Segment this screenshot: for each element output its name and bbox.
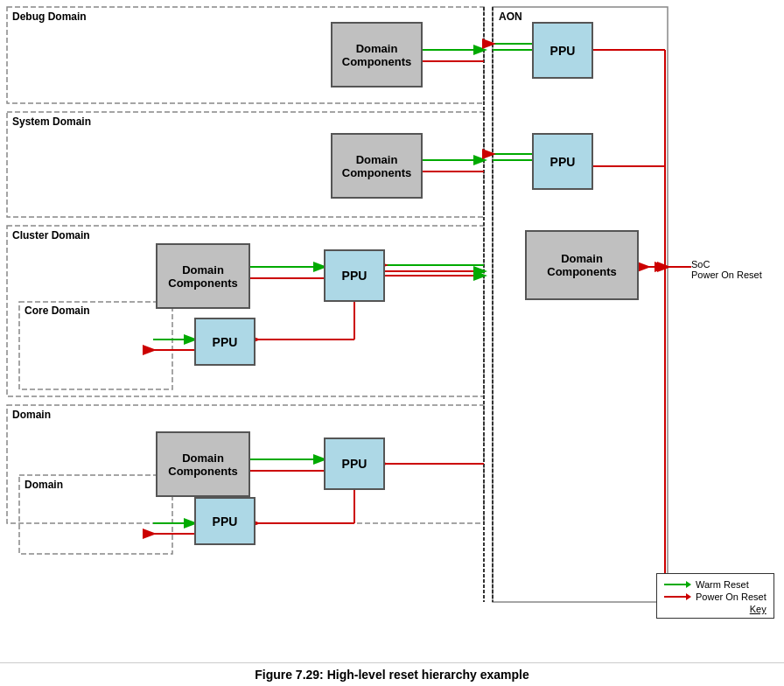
ppu-domain2-label: PPU — [213, 514, 238, 528]
power-on-reset-label: Power On Reset — [696, 592, 766, 602]
ppu-aon-top-box: PPU — [532, 22, 593, 79]
ppu-domain1-label: PPU — [342, 457, 368, 471]
core-domain-label: Core Domain — [24, 304, 90, 317]
ppu-system-aon-box: PPU — [532, 133, 593, 190]
dc-domain1-label: DomainComponents — [168, 452, 237, 478]
dc-aon-box: DomainComponents — [525, 230, 639, 300]
dc-cluster-box: DomainComponents — [156, 243, 250, 309]
domain1-label: Domain — [12, 409, 51, 421]
system-domain-label: System Domain — [12, 116, 91, 128]
ppu-aon-top-label: PPU — [550, 44, 576, 58]
aon-label: AON — [499, 10, 522, 23]
ppu-cluster-label: PPU — [342, 269, 368, 283]
svg-rect-6 — [493, 7, 668, 602]
domain2-label: Domain — [24, 479, 63, 491]
key-warm-reset: Warm Reset — [664, 579, 766, 590]
diagram-area: Debug Domain DomainComponents System Dom… — [0, 0, 784, 656]
ppu-core-label: PPU — [213, 335, 238, 349]
dc-debug-label: DomainComponents — [342, 42, 411, 68]
dc-system-box: DomainComponents — [331, 133, 423, 199]
dc-domain1-box: DomainComponents — [156, 431, 250, 497]
key-box: Warm Reset Power On Reset Key — [656, 573, 774, 619]
warm-reset-label: Warm Reset — [696, 579, 749, 590]
dc-system-label: DomainComponents — [342, 153, 411, 179]
dc-cluster-label: DomainComponents — [168, 263, 237, 290]
figure-caption-text: Figure 7.29: High-level reset hierarchy … — [255, 668, 529, 682]
ppu-domain1-box: PPU — [324, 438, 385, 490]
key-power-on-reset: Power On Reset — [664, 592, 766, 602]
arrows-svg — [0, 0, 784, 656]
debug-domain-label: Debug Domain — [12, 10, 87, 23]
ppu-cluster-box: PPU — [324, 249, 385, 302]
cluster-domain-label: Cluster Domain — [12, 229, 90, 242]
dc-debug-box: DomainComponents — [331, 22, 423, 88]
key-label: Key — [750, 604, 766, 614]
power-on-reset-line — [664, 596, 690, 598]
ppu-system-aon-label: PPU — [550, 155, 576, 169]
ppu-domain2-box: PPU — [194, 497, 256, 545]
dc-aon-label: DomainComponents — [547, 252, 616, 278]
ppu-core-box: PPU — [194, 318, 256, 366]
soc-por-label: SoCPower On Reset — [691, 259, 762, 280]
figure-caption: Figure 7.29: High-level reset hierarchy … — [0, 662, 784, 686]
warm-reset-line — [664, 584, 690, 585]
